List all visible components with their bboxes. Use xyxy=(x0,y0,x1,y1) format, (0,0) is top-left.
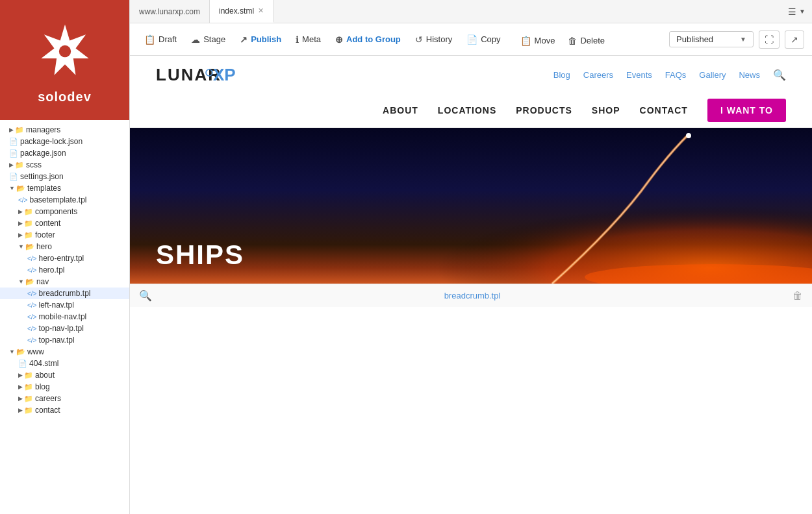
site-nav-gallery[interactable]: Gallery xyxy=(699,70,726,80)
history-button[interactable]: ↺ History xyxy=(409,31,459,48)
tree-item-nav[interactable]: ▼ 📂 nav xyxy=(0,276,129,288)
tree-label: hero xyxy=(36,242,52,251)
add-to-group-button[interactable]: ⊕ Add to Group xyxy=(329,31,407,48)
tree-label: hero.tpl xyxy=(38,265,64,275)
collapse-icon: ▼ xyxy=(18,278,24,285)
site-top-nav: LUNAR XP Blog Careers Events FAQs Galler… xyxy=(130,56,812,93)
tree-item-top-nav-lp[interactable]: </> top-nav-lp.tpl xyxy=(0,323,129,334)
tree-item-hero[interactable]: ▼ 📂 hero xyxy=(0,241,129,252)
tree-item-package-lock[interactable]: 📄 package-lock.json xyxy=(0,136,129,147)
collapse-icon: ▶ xyxy=(18,208,23,215)
svg-text:XP: XP xyxy=(213,65,236,84)
tree-item-hero-entry[interactable]: </> hero-entry.tpl xyxy=(0,252,129,264)
history-icon: ↺ xyxy=(415,34,423,45)
delete-icon: 🗑 xyxy=(568,36,577,46)
tree-item-basetemplate[interactable]: </> basetemplate.tpl xyxy=(0,194,129,206)
file-tpl-icon: </> xyxy=(18,197,27,204)
site-nav-faqs[interactable]: FAQs xyxy=(665,70,687,80)
toolbar: 📋 Draft ☁ Stage ↗ Publish ℹ Meta ⊕ Add t… xyxy=(130,23,812,56)
file-tpl-icon: </> xyxy=(27,313,36,321)
solodev-logo-icon xyxy=(29,16,101,87)
site-nav-cta-button[interactable]: I WANT TO xyxy=(707,99,786,122)
tree-item-hero-tpl[interactable]: </> hero.tpl xyxy=(0,264,129,276)
external-link-icon: ↗ xyxy=(791,34,798,45)
breadcrumb-search-icon[interactable]: 🔍 xyxy=(139,289,152,302)
collapse-icon: ▶ xyxy=(18,395,23,402)
open-external-button[interactable]: ↗ xyxy=(785,31,804,49)
site-search-icon[interactable]: 🔍 xyxy=(773,69,786,81)
tree-label: hero-entry.tpl xyxy=(38,254,84,263)
copy-button[interactable]: 📄 Copy xyxy=(460,31,507,48)
file-tpl-icon: </> xyxy=(27,290,36,297)
site-nav-locations[interactable]: LOCATIONS xyxy=(438,105,496,116)
folder-icon: 📁 xyxy=(15,126,24,134)
tree-item-blog[interactable]: ▶ 📁 blog xyxy=(0,381,129,393)
tree-label: mobile-nav.tpl xyxy=(38,312,86,321)
breadcrumb-delete-button[interactable]: 🗑 xyxy=(793,290,803,302)
sidebar-logo: solodev xyxy=(0,0,129,120)
meta-button[interactable]: ℹ Meta xyxy=(289,31,327,48)
site-nav-events[interactable]: Events xyxy=(626,70,652,80)
tree-label: top-nav.tpl xyxy=(38,336,74,345)
tree-item-scss[interactable]: ▶ 📁 scss xyxy=(0,159,129,171)
publish-icon: ↗ xyxy=(240,34,247,45)
tree-item-left-nav[interactable]: </> left-nav.tpl xyxy=(0,299,129,311)
site-nav-news[interactable]: News xyxy=(739,70,760,80)
folder-icon: 📁 xyxy=(24,231,33,239)
site-nav-careers[interactable]: Careers xyxy=(583,70,613,80)
main-panel: www.lunarxp.com index.stml ✕ ☰ ▼ 📋 Draft… xyxy=(130,0,812,514)
tab-lunarxp[interactable]: www.lunarxp.com xyxy=(130,0,210,23)
tree-item-breadcrumb-tpl[interactable]: </> breadcrumb.tpl xyxy=(0,288,129,299)
delete-button[interactable]: 🗑 Delete xyxy=(561,32,611,49)
collapse-icon: ▼ xyxy=(18,243,24,250)
file-icon: 📄 xyxy=(9,149,18,158)
hamburger-menu-icon[interactable]: ☰ xyxy=(788,6,796,17)
tab-index-stml[interactable]: index.stml ✕ xyxy=(210,0,273,23)
tree-item-about[interactable]: ▶ 📁 about xyxy=(0,369,129,381)
stage-icon: ☁ xyxy=(191,34,200,45)
tree-item-components[interactable]: ▶ 📁 components xyxy=(0,206,129,217)
tree-label: about xyxy=(35,371,55,380)
draft-button[interactable]: 📋 Draft xyxy=(138,31,183,48)
tree-item-footer[interactable]: ▶ 📁 footer xyxy=(0,229,129,241)
site-nav-contact[interactable]: CONTACT xyxy=(640,105,688,116)
site-main-nav: ABOUT LOCATIONS PRODUCTS SHOP CONTACT I … xyxy=(130,93,812,128)
website-preview: LUNAR XP Blog Careers Events FAQs Galler… xyxy=(130,56,812,514)
file-tpl-icon: </> xyxy=(27,255,36,262)
tree-item-mobile-nav[interactable]: </> mobile-nav.tpl xyxy=(0,311,129,323)
move-button[interactable]: 📋 Move xyxy=(514,32,562,49)
site-nav-shop[interactable]: SHOP xyxy=(592,105,620,116)
tree-item-404-stml[interactable]: 📄 404.stml xyxy=(0,358,129,369)
collapse-icon: ▶ xyxy=(18,407,23,413)
file-stml-icon: 📄 xyxy=(18,360,27,368)
screenshot-button[interactable]: ⛶ xyxy=(759,31,780,49)
tree-item-www[interactable]: ▼ 📂 www xyxy=(0,346,129,358)
folder-icon: 📂 xyxy=(25,278,34,286)
tree-item-contact[interactable]: ▶ 📁 contact xyxy=(0,404,129,416)
collapse-icon: ▶ xyxy=(18,372,23,378)
folder-icon: 📁 xyxy=(24,208,33,216)
published-status-dropdown[interactable]: Published ▼ xyxy=(669,31,754,47)
tree-item-careers[interactable]: ▶ 📁 careers xyxy=(0,393,129,404)
tree-item-managers[interactable]: ▶ 📁 managers xyxy=(0,124,129,136)
folder-icon: 📂 xyxy=(25,243,34,251)
file-tpl-icon: </> xyxy=(27,325,36,332)
tab-close-button[interactable]: ✕ xyxy=(258,6,264,15)
tree-item-content[interactable]: ▶ 📁 content xyxy=(0,217,129,229)
tree-item-templates[interactable]: ▼ 📂 templates xyxy=(0,182,129,194)
tree-item-package-json[interactable]: 📄 package.json xyxy=(0,147,129,159)
site-nav-about[interactable]: ABOUT xyxy=(383,105,418,116)
tree-label: nav xyxy=(36,277,49,286)
stage-button[interactable]: ☁ Stage xyxy=(184,31,232,48)
tree-item-settings-json[interactable]: 📄 settings.json xyxy=(0,171,129,182)
collapse-icon: ▼ xyxy=(9,185,15,191)
tab-bar: www.lunarxp.com index.stml ✕ ☰ ▼ xyxy=(130,0,812,23)
chevron-down-icon[interactable]: ▼ xyxy=(799,8,806,15)
site-nav-products[interactable]: PRODUCTS xyxy=(516,105,572,116)
tree-label: package-lock.json xyxy=(20,137,82,146)
tree-label: 404.stml xyxy=(29,359,58,368)
site-nav-blog[interactable]: Blog xyxy=(553,70,570,80)
tree-item-top-nav[interactable]: </> top-nav.tpl xyxy=(0,334,129,346)
publish-button[interactable]: ↗ Publish xyxy=(233,31,288,48)
collapse-icon: ▶ xyxy=(18,220,23,226)
